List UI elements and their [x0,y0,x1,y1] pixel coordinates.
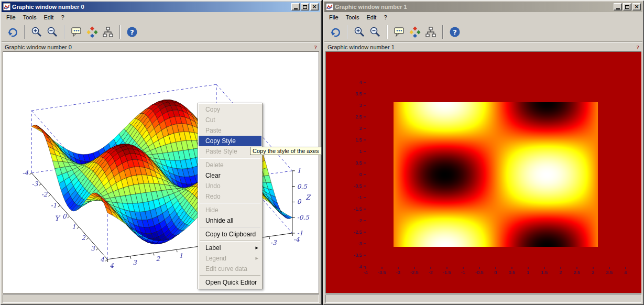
menu-tools[interactable]: Tools [342,13,363,22]
figure-browser-button[interactable] [423,24,439,40]
minimize-icon [294,8,298,9]
figure-browser-icon [102,26,114,38]
toolbar-separator [119,25,121,39]
minimize-button[interactable] [614,3,622,10]
menu-item-delete: Delete [199,160,261,170]
menu-separator [200,203,260,204]
plot-canvas-area [3,51,319,293]
tooltip: Copy the style of the axes [250,147,322,155]
menu-edit[interactable]: Edit [363,13,380,22]
zoom-out-button[interactable] [367,24,383,40]
menu-item-copy-style[interactable]: Copy Style [199,136,261,146]
rotate-button[interactable] [328,24,343,40]
help-icon: ? [449,26,461,38]
rotate-icon [6,26,19,38]
menu-separator [200,227,260,228]
graphics-editor-button[interactable] [84,24,100,40]
menu-item-copy: Copy [199,104,261,115]
datatip-icon [70,26,83,38]
menu-help[interactable]: ? [380,13,390,22]
zoom-in-icon [353,26,366,38]
zoom-in-button[interactable] [29,24,45,40]
status-bar [3,295,319,303]
menu-edit[interactable]: Edit [40,13,57,22]
infobar-help[interactable]: ? [314,44,318,50]
menu-item-legend: Legend▶ [199,253,261,264]
plot-canvas-area [325,51,641,293]
graphics-editor-button[interactable] [407,24,423,40]
infobar-help[interactable]: ? [637,44,640,50]
menubar: File Tools Edit ? [2,12,320,23]
submenu-arrow-icon: ▶ [256,253,258,264]
maximize-icon [303,5,307,9]
titlebar[interactable]: Graphic window number 1 × [324,2,642,12]
maximize-icon [625,5,629,9]
menu-item-cut: Cut [199,115,261,125]
menu-help[interactable]: ? [57,13,68,22]
context-menu: Copy Cut Paste Copy Style Paste Style De… [198,103,263,289]
menubar: File Tools Edit ? [324,12,642,23]
zoom-in-icon [30,26,43,38]
menu-item-redo: Redo [199,191,261,202]
menu-item-hide: Hide [199,205,261,215]
infobar: Graphic window number 0 ? [2,42,320,51]
zoom-out-icon [46,26,59,38]
maximize-button[interactable] [623,3,631,10]
menu-item-unhide-all[interactable]: Unhide all [199,215,261,226]
help-button[interactable]: ? [124,24,140,40]
toolbar-separator [347,25,348,39]
menu-item-label[interactable]: Label▶ [199,243,261,253]
window-title: Graphic window number 0 [12,4,290,10]
infobar-text: Graphic window number 1 [328,44,637,50]
menu-file[interactable]: File [3,13,19,22]
minimize-button[interactable] [291,3,300,10]
toolbar-separator [24,25,25,39]
svg-text:?: ? [130,28,134,36]
svg-text:?: ? [453,28,457,36]
menu-separator [200,241,260,242]
window-title: Graphic window number 1 [335,4,612,10]
menu-tools[interactable]: Tools [19,13,40,22]
graphics-editor-icon [409,26,421,38]
help-button[interactable]: ? [447,24,463,40]
menu-file[interactable]: File [325,13,342,22]
minimize-icon [616,8,620,9]
toolbar-separator [64,25,65,39]
maximize-button[interactable] [301,3,309,10]
datatip-button[interactable] [391,24,407,40]
menu-item-edit-curve-data: Edit curve data [199,264,261,274]
plot-3d-surface[interactable] [3,52,319,293]
toolbar: ? [2,23,320,42]
menu-item-clear[interactable]: Clear [199,170,261,181]
infobar-text: Graphic window number 0 [5,44,314,50]
zoom-in-button[interactable] [352,24,367,40]
submenu-arrow-icon: ▶ [256,243,258,253]
close-icon: × [312,4,316,9]
rotate-button[interactable] [5,24,20,40]
figure-browser-icon [424,26,437,38]
close-button[interactable]: × [632,3,641,10]
datatip-button[interactable] [69,24,84,40]
infobar: Graphic window number 1 ? [324,42,642,51]
graphic-window-1: Graphic window number 1 × File Tools Edi… [323,0,644,305]
close-button[interactable]: × [310,3,319,10]
graphics-editor-icon [86,26,99,38]
help-icon: ? [126,26,138,38]
toolbar: ? [324,23,642,42]
zoom-out-button[interactable] [45,24,60,40]
menu-separator [200,275,260,276]
close-icon: × [634,4,639,9]
toolbar-separator [442,25,443,39]
menu-item-open-quick-editor[interactable]: Open Quick Editor [199,277,261,288]
plot-heatmap[interactable] [326,52,641,293]
menu-item-copy-to-clipboard[interactable]: Copy to Clipboard [199,229,261,239]
window-controls: × [614,3,641,10]
rotate-icon [329,26,342,38]
figure-browser-button[interactable] [100,24,116,40]
menu-separator [200,158,260,159]
toolbar-separator [387,25,388,39]
graphic-window-0: Graphic window number 0 × File Tools Edi… [0,0,322,305]
titlebar[interactable]: Graphic window number 0 × [2,2,320,12]
menu-item-undo: Undo [199,181,261,191]
menu-item-paste: Paste [199,125,261,136]
